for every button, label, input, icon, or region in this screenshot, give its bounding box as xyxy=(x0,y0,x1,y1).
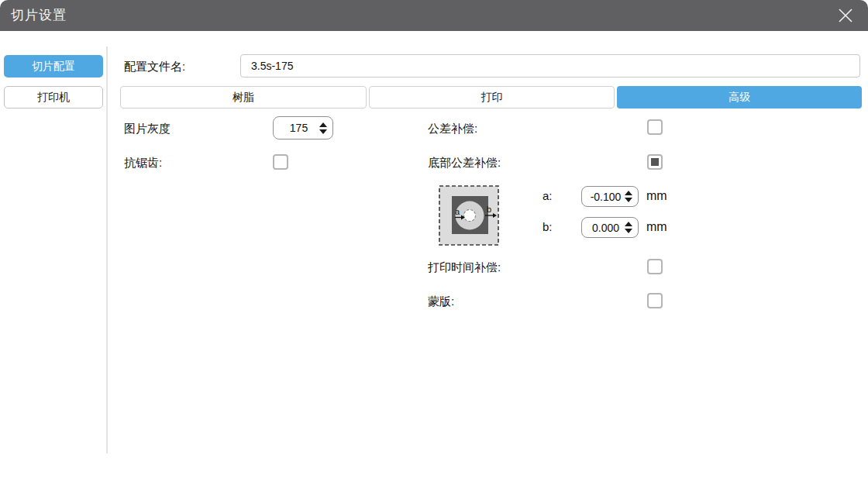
image-grayscale-spinner[interactable] xyxy=(273,116,333,140)
tab-advanced[interactable]: 高级 xyxy=(617,86,862,108)
b-field-value[interactable] xyxy=(582,222,623,234)
antialias-label: 抗锯齿: xyxy=(124,156,162,170)
tab-print[interactable]: 打印 xyxy=(369,86,615,108)
tab-label: 树脂 xyxy=(232,91,254,105)
b-field-spinner[interactable] xyxy=(581,217,639,238)
profile-name-label: 配置文件名: xyxy=(124,60,185,74)
a-field-value[interactable] xyxy=(582,191,623,203)
profile-name-input[interactable] xyxy=(240,54,860,78)
tolerance-diagram-image: a b xyxy=(439,185,499,246)
antialias-checkbox[interactable] xyxy=(273,154,288,170)
print-time-comp-label: 打印时间补偿: xyxy=(428,260,501,275)
sidebar-divider xyxy=(106,46,108,453)
titlebar: 切片设置 xyxy=(0,0,868,31)
sidebar-item-slice-config[interactable]: 切片配置 xyxy=(4,55,103,78)
tab-resin[interactable]: 树脂 xyxy=(120,86,367,108)
diagram-b-label: b xyxy=(487,205,491,214)
close-icon xyxy=(838,8,853,23)
mask-label: 蒙版: xyxy=(428,294,454,309)
a-field-label: a: xyxy=(542,189,553,202)
sidebar-item-printer[interactable]: 打印机 xyxy=(4,86,103,108)
spinner-arrows-icon[interactable] xyxy=(318,122,332,134)
bottom-tolerance-comp-label: 底部公差补偿: xyxy=(428,156,501,170)
dialog-title: 切片设置 xyxy=(11,0,67,31)
slice-settings-dialog: 切片设置 切片配置 打印机 配置文件名: 树脂 打印 高级 图片灰度 xyxy=(0,0,868,496)
spinner-arrows-icon[interactable] xyxy=(623,222,638,233)
a-field-spinner[interactable] xyxy=(581,186,639,207)
spinner-arrows-icon[interactable] xyxy=(623,191,638,202)
tolerance-comp-label: 公差补偿: xyxy=(428,122,477,136)
sidebar-item-label: 打印机 xyxy=(37,91,70,105)
close-button[interactable] xyxy=(835,5,856,26)
tab-label: 高级 xyxy=(728,91,750,105)
tab-label: 打印 xyxy=(481,91,503,105)
image-grayscale-label: 图片灰度 xyxy=(124,122,170,136)
b-field-unit: mm xyxy=(646,220,667,234)
a-field-unit: mm xyxy=(646,189,667,203)
diagram-a-label: a xyxy=(455,207,460,216)
settings-tabs: 树脂 打印 高级 xyxy=(120,86,862,108)
print-time-comp-checkbox[interactable] xyxy=(647,259,663,274)
mask-checkbox[interactable] xyxy=(647,293,663,308)
image-grayscale-value[interactable] xyxy=(274,122,318,134)
bottom-tolerance-comp-checkbox[interactable] xyxy=(647,154,663,170)
sidebar-item-label: 切片配置 xyxy=(32,60,75,74)
tolerance-comp-checkbox[interactable] xyxy=(647,119,663,135)
b-field-label: b: xyxy=(542,220,553,233)
